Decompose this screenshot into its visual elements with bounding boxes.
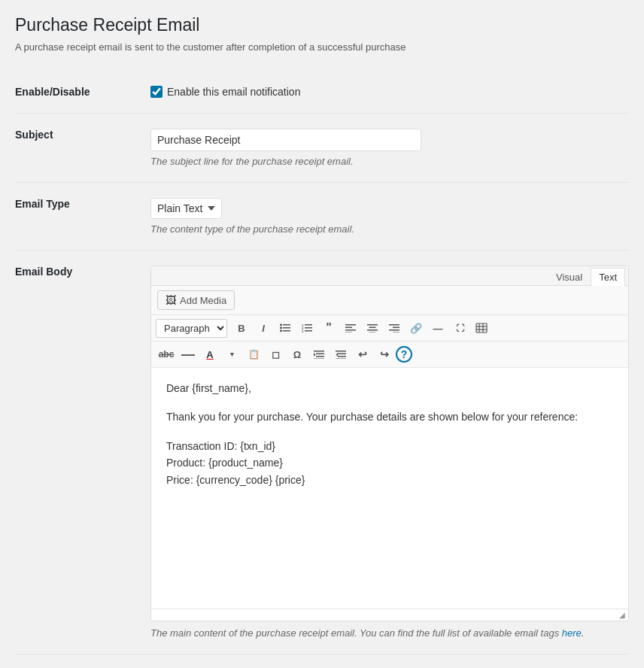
svg-rect-7	[305, 327, 312, 329]
undo-button[interactable]: ↩	[352, 345, 373, 364]
add-media-bar: 🖼 Add Media	[151, 286, 628, 315]
resize-icon: ◢	[619, 611, 625, 619]
svg-marker-33	[314, 353, 316, 357]
svg-rect-37	[336, 359, 346, 360]
email-type-description: The content type of the purchase receipt…	[150, 223, 629, 235]
horizontal-rule-button[interactable]: —	[427, 318, 448, 338]
enable-checkbox[interactable]	[150, 86, 163, 98]
text-color-icon: A	[206, 349, 213, 360]
align-left-button[interactable]	[340, 318, 361, 338]
svg-point-4	[280, 326, 282, 329]
svg-rect-30	[316, 354, 324, 355]
subject-input[interactable]	[150, 129, 421, 151]
tab-text[interactable]: Text	[591, 268, 625, 286]
subject-label: Subject	[15, 114, 150, 183]
editor-resize-handle: ◢	[151, 609, 628, 621]
text-color-button[interactable]: A	[199, 345, 220, 364]
hr-line-button[interactable]: —	[178, 345, 199, 364]
subject-description: The subject line for the purchase receip…	[150, 156, 629, 167]
svg-rect-18	[367, 329, 378, 331]
enable-disable-row: Enable/Disable Enable this email notific…	[15, 71, 629, 114]
email-body-label: Email Body	[15, 250, 150, 654]
svg-text:3.: 3.	[302, 329, 304, 333]
svg-rect-13	[345, 327, 352, 329]
format-select[interactable]: Paragraph Heading 1 Heading 2	[156, 319, 227, 338]
page-wrapper: Purchase Receipt Email A purchase receip…	[0, 0, 644, 668]
indent-button[interactable]	[308, 345, 330, 364]
svg-rect-8	[305, 330, 312, 332]
svg-rect-21	[393, 327, 399, 329]
fullscreen-button[interactable]: ⛶	[449, 318, 470, 338]
email-type-row: Email Type Plain Text HTML Multipart The…	[15, 183, 629, 250]
svg-rect-6	[305, 324, 312, 326]
omega-button[interactable]: Ω	[287, 345, 308, 364]
editor-line-3: Transaction ID: {txn_id}	[166, 440, 275, 452]
page-description: A purchase receipt email is sent to the …	[15, 41, 629, 53]
color-arrow-button[interactable]: ▾	[221, 345, 242, 364]
subject-cell: The subject line for the purchase receip…	[150, 114, 629, 183]
svg-rect-14	[345, 329, 356, 331]
page-title: Purchase Receipt Email	[15, 15, 629, 35]
email-body-row: Email Body Visual Text 🖼	[15, 250, 629, 654]
enable-checkbox-text: Enable this email notification	[167, 86, 300, 98]
erase-button[interactable]: ◻	[265, 345, 286, 364]
svg-rect-20	[389, 324, 399, 326]
add-media-button[interactable]: 🖼 Add Media	[157, 290, 235, 310]
editor-content[interactable]: Dear {first_name}, Thank you for your pu…	[151, 368, 628, 609]
svg-rect-12	[345, 324, 356, 326]
email-tags-link[interactable]: here	[562, 627, 582, 639]
svg-rect-34	[336, 351, 346, 352]
email-body-description-text: The main content of the purchase receipt…	[150, 627, 562, 639]
editor-para-3: Transaction ID: {txn_id} Product: {produ…	[166, 438, 613, 488]
add-media-icon: 🖼	[166, 294, 176, 306]
editor-line-5: Price: {currency_code} {price}	[166, 474, 305, 486]
bold-button[interactable]: B	[231, 318, 252, 338]
svg-rect-0	[283, 324, 290, 326]
strikethrough-button[interactable]: abc	[156, 345, 177, 364]
editor-wrapper: Visual Text 🖼 Add Media	[150, 266, 629, 621]
editor-line-4: Product: {product_name}	[166, 457, 283, 469]
italic-button[interactable]: I	[253, 318, 274, 338]
editor-tabs: Visual Text	[151, 266, 628, 286]
enable-disable-cell: Enable this email notification	[150, 71, 629, 114]
svg-rect-22	[389, 329, 399, 331]
svg-rect-19	[369, 332, 376, 333]
svg-rect-2	[283, 330, 290, 332]
blockquote-button[interactable]: "	[318, 318, 339, 338]
help-button[interactable]: ?	[396, 346, 412, 363]
align-center-button[interactable]	[362, 318, 383, 338]
toolbar-row-1: Paragraph Heading 1 Heading 2 B I 1.2.3.	[151, 315, 628, 342]
outdent-button[interactable]	[330, 345, 351, 364]
ol-button[interactable]: 1.2.3.	[296, 318, 317, 338]
enable-checkbox-label[interactable]: Enable this email notification	[150, 86, 629, 98]
svg-rect-31	[316, 356, 324, 357]
email-type-label: Email Type	[15, 183, 150, 250]
paste-text-button[interactable]: 📋	[243, 345, 264, 364]
link-button[interactable]: 🔗	[406, 318, 427, 338]
svg-marker-38	[336, 353, 339, 357]
subject-row: Subject The subject line for the purchas…	[15, 114, 629, 183]
svg-point-5	[280, 329, 282, 332]
svg-rect-32	[314, 359, 324, 360]
svg-point-3	[280, 323, 282, 326]
redo-button[interactable]: ↪	[374, 345, 395, 364]
email-type-select[interactable]: Plain Text HTML Multipart	[150, 198, 222, 219]
svg-rect-24	[476, 323, 487, 332]
form-table: Enable/Disable Enable this email notific…	[15, 71, 629, 654]
enable-disable-label: Enable/Disable	[15, 71, 150, 114]
align-right-button[interactable]	[384, 318, 405, 338]
svg-rect-36	[338, 356, 346, 357]
table-button[interactable]	[471, 318, 492, 338]
svg-rect-1	[283, 327, 290, 329]
add-media-label: Add Media	[180, 295, 226, 306]
email-body-cell: Visual Text 🖼 Add Media	[150, 250, 629, 654]
svg-rect-16	[367, 324, 378, 326]
svg-rect-15	[345, 332, 352, 333]
editor-para-2: Thank you for your purchase. Your purcha…	[166, 408, 613, 425]
email-type-cell: Plain Text HTML Multipart The content ty…	[150, 183, 629, 250]
svg-rect-35	[338, 354, 346, 355]
svg-rect-29	[314, 351, 324, 352]
ul-button[interactable]	[275, 318, 296, 338]
email-body-description: The main content of the purchase receipt…	[150, 627, 629, 639]
tab-visual[interactable]: Visual	[548, 268, 591, 286]
